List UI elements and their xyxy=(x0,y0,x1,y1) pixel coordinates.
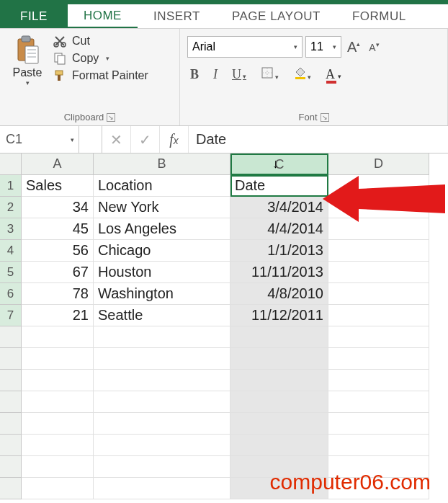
cell[interactable]: Chicago xyxy=(94,240,230,262)
column-header-d[interactable]: D xyxy=(328,153,429,175)
bold-button[interactable]: B xyxy=(187,66,202,84)
row-header[interactable]: 1 xyxy=(0,175,22,197)
column-header-c[interactable]: C xyxy=(230,153,328,175)
cell[interactable]: New York xyxy=(94,197,230,218)
cell[interactable] xyxy=(328,197,429,218)
cell[interactable] xyxy=(328,370,429,391)
row-header[interactable] xyxy=(0,435,22,456)
cell[interactable]: 56 xyxy=(22,240,94,262)
cell[interactable]: Sales xyxy=(22,175,94,197)
cell[interactable]: 67 xyxy=(22,262,94,283)
cell[interactable] xyxy=(328,262,429,283)
tab-page-layout[interactable]: PAGE LAYOUT xyxy=(216,4,336,28)
cell[interactable]: Washington xyxy=(94,283,230,305)
row-header[interactable] xyxy=(0,456,22,478)
cell[interactable]: 3/4/2014 xyxy=(230,197,328,218)
row-header[interactable] xyxy=(0,348,22,370)
cell[interactable] xyxy=(328,175,429,197)
cut-button[interactable]: Cut xyxy=(53,35,148,48)
confirm-button[interactable]: ✓ xyxy=(131,126,160,153)
cell[interactable] xyxy=(328,218,429,240)
cell[interactable] xyxy=(230,348,328,370)
cell[interactable] xyxy=(328,283,429,305)
paste-button[interactable]: Paste ▾ xyxy=(7,33,48,86)
cell[interactable] xyxy=(94,326,230,348)
cell[interactable] xyxy=(230,326,328,348)
cell[interactable]: 34 xyxy=(22,197,94,218)
cancel-button[interactable]: ✕ xyxy=(102,126,131,153)
cell[interactable] xyxy=(94,435,230,456)
select-all-corner[interactable] xyxy=(0,153,22,175)
row-header[interactable]: 7 xyxy=(0,305,22,326)
italic-button[interactable]: I xyxy=(210,66,220,84)
cell[interactable] xyxy=(94,413,230,435)
cell[interactable] xyxy=(328,348,429,370)
insert-function-button[interactable]: fx xyxy=(160,126,189,153)
cell[interactable]: Seattle xyxy=(94,305,230,326)
tab-home[interactable]: HOME xyxy=(68,4,138,28)
cell[interactable] xyxy=(230,391,328,413)
font-name-select[interactable]: Arial ▾ xyxy=(187,36,303,58)
row-header[interactable]: 6 xyxy=(0,283,22,305)
cell[interactable] xyxy=(328,240,429,262)
row-header[interactable]: 4 xyxy=(0,240,22,262)
decrease-font-size-button[interactable]: A▾ xyxy=(366,40,382,55)
row-header[interactable] xyxy=(0,478,22,499)
cell[interactable] xyxy=(328,413,429,435)
cell[interactable] xyxy=(22,435,94,456)
tab-insert[interactable]: INSERT xyxy=(138,4,216,28)
name-box[interactable]: C1 ▾ xyxy=(0,126,79,153)
underline-button[interactable]: U▾ xyxy=(229,66,249,84)
dialog-launcher-icon[interactable]: ↘ xyxy=(107,113,115,122)
row-header[interactable] xyxy=(0,326,22,348)
cell[interactable] xyxy=(230,370,328,391)
cell[interactable] xyxy=(22,348,94,370)
cell[interactable] xyxy=(22,478,94,499)
cell[interactable]: 45 xyxy=(22,218,94,240)
row-header[interactable]: 2 xyxy=(0,197,22,218)
cell[interactable] xyxy=(94,391,230,413)
cell[interactable] xyxy=(94,478,230,499)
font-size-select[interactable]: 11 ▾ xyxy=(305,36,341,58)
row-header[interactable] xyxy=(0,413,22,435)
cell[interactable] xyxy=(22,326,94,348)
cell[interactable] xyxy=(328,326,429,348)
cell[interactable]: Houston xyxy=(94,262,230,283)
format-painter-button[interactable]: Format Painter xyxy=(53,69,148,82)
cell[interactable] xyxy=(94,370,230,391)
tab-file[interactable]: FILE xyxy=(0,4,68,28)
cell[interactable] xyxy=(328,391,429,413)
column-header-a[interactable]: A xyxy=(22,153,94,175)
row-header[interactable]: 3 xyxy=(0,218,22,240)
cell[interactable]: Location xyxy=(94,175,230,197)
row-header[interactable] xyxy=(0,370,22,391)
borders-button[interactable]: ▾ xyxy=(258,65,282,84)
cell[interactable] xyxy=(328,305,429,326)
cell[interactable] xyxy=(230,413,328,435)
copy-button[interactable]: Copy ▾ xyxy=(53,52,148,65)
cell[interactable]: Date xyxy=(230,175,328,197)
cell[interactable]: 78 xyxy=(22,283,94,305)
dialog-launcher-icon[interactable]: ↘ xyxy=(321,113,329,122)
cell[interactable]: 4/4/2014 xyxy=(230,218,328,240)
cell[interactable]: 4/8/2010 xyxy=(230,283,328,305)
font-color-button[interactable]: A▾ xyxy=(323,66,344,84)
cell[interactable] xyxy=(230,435,328,456)
cell[interactable] xyxy=(22,370,94,391)
cell[interactable] xyxy=(94,456,230,478)
cell[interactable] xyxy=(22,391,94,413)
cell[interactable]: Los Angeles xyxy=(94,218,230,240)
cell[interactable]: 11/11/2013 xyxy=(230,262,328,283)
increase-font-size-button[interactable]: A▴ xyxy=(344,37,363,57)
tab-formulas[interactable]: FORMUL xyxy=(336,4,422,28)
cell[interactable]: 11/12/2011 xyxy=(230,305,328,326)
cell[interactable]: 1/1/2013 xyxy=(230,240,328,262)
row-header[interactable] xyxy=(0,391,22,413)
cell[interactable] xyxy=(22,456,94,478)
row-header[interactable]: 5 xyxy=(0,262,22,283)
formula-input[interactable]: Date xyxy=(189,126,448,153)
cell[interactable]: 21 xyxy=(22,305,94,326)
column-header-b[interactable]: B xyxy=(94,153,230,175)
cell[interactable] xyxy=(94,348,230,370)
cell[interactable] xyxy=(22,413,94,435)
